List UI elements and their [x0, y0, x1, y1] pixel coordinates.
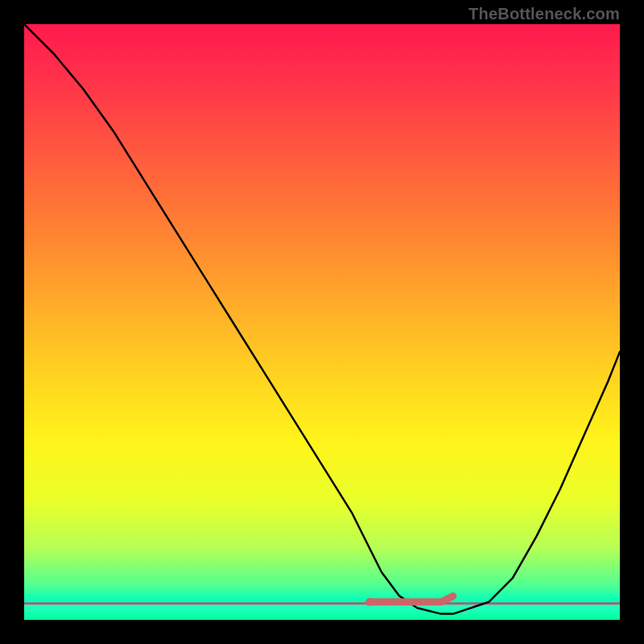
- plot-area: [24, 24, 620, 620]
- attribution-text: TheBottleneck.com: [469, 5, 620, 23]
- curve-layer: [24, 24, 620, 620]
- bottleneck-curve: [24, 24, 620, 614]
- flat-zone-marker: [369, 596, 453, 601]
- chart-frame: TheBottleneck.com: [0, 0, 644, 644]
- flat-zone-start-dot: [365, 598, 374, 606]
